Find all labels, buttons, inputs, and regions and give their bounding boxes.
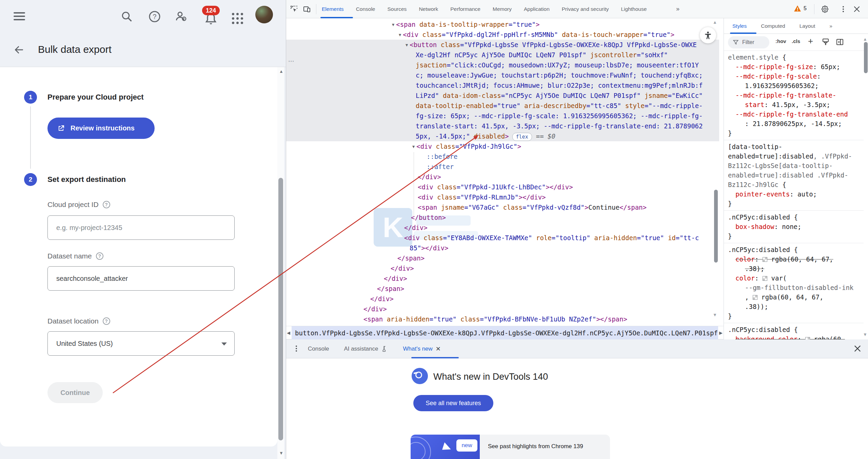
- styles-tab-styles[interactable]: Styles: [732, 23, 747, 29]
- field-help-icon[interactable]: ?: [103, 317, 110, 325]
- dom-tree-line[interactable]: </div>: [418, 172, 441, 182]
- user-settings-icon[interactable]: [175, 10, 187, 22]
- drawer-tab-ai-assistance[interactable]: AI assistance: [344, 345, 388, 353]
- dom-tree-line[interactable]: ▼<div class="VfPpkd-dgl2Hf-ppHlrf-sM5MNb…: [399, 29, 674, 40]
- close-whats-new-tab-icon[interactable]: ✕: [436, 345, 441, 353]
- inspect-element-icon[interactable]: [290, 5, 298, 13]
- style-declaration[interactable]: start: 41.5px, -3.5px;: [724, 100, 864, 109]
- styles-filter-input[interactable]: Filter: [728, 36, 769, 48]
- search-icon[interactable]: [121, 11, 133, 23]
- dom-tree-line[interactable]: translate-start: 41.5px, -3.5px; --mdc-r…: [416, 121, 703, 131]
- style-declaration[interactable]: [data-tooltip-: [724, 142, 864, 151]
- style-rule[interactable]: element.style {--mdc-ripple-fg-size: 65p…: [724, 51, 864, 140]
- dataset-location-select[interactable]: United States (US): [47, 331, 235, 356]
- expand-arrow-icon[interactable]: ▼: [412, 144, 415, 149]
- dom-tree-line[interactable]: fg-size: 65px; --mdc-ripple-fg-scale: 1.…: [416, 111, 703, 121]
- style-declaration[interactable]: --mdc-ripple-fg-size: 65px;: [724, 62, 864, 71]
- style-declaration[interactable]: Bz112c-LgbsSe[data-tooltip-: [724, 161, 864, 170]
- dom-tree-line[interactable]: ::after: [427, 162, 454, 172]
- style-declaration[interactable]: .nCP5yc:disabled {: [724, 325, 864, 334]
- dom-tree-line[interactable]: <span jsname="V67aGc" class="VfPpkd-vQzf…: [418, 202, 647, 212]
- drawer-tab-console[interactable]: Console: [308, 346, 329, 352]
- new-style-rule-button[interactable]: +: [808, 36, 813, 46]
- more-options-icon[interactable]: [839, 5, 847, 13]
- style-declaration[interactable]: }: [724, 199, 864, 208]
- styles-scrollbar-thumb[interactable]: [864, 42, 868, 73]
- device-toolbar-icon[interactable]: [303, 5, 311, 13]
- style-declaration[interactable]: enabled=true]:disabled, .VfPpkd-: [724, 151, 864, 161]
- color-swatch-icon[interactable]: [753, 295, 757, 300]
- devtools-tab-lighthouse[interactable]: Lighthouse: [621, 6, 647, 12]
- help-icon[interactable]: ?: [149, 11, 161, 23]
- style-declaration[interactable]: enabled=true]:disabled .VfPpkd-: [724, 170, 864, 180]
- dom-tree-line[interactable]: ▼<div class="VfPpkd-Jh9lGc">: [412, 141, 521, 151]
- scroll-up-icon[interactable]: ▲: [713, 20, 717, 25]
- style-declaration[interactable]: background-color: rgba(60,: [724, 334, 864, 339]
- scroll-down-icon[interactable]: ▼: [279, 451, 283, 456]
- cloud-project-id-input[interactable]: [47, 215, 235, 240]
- accessibility-overlay-button[interactable]: [700, 27, 716, 43]
- style-rule[interactable]: .nCP5yc:disabled {background-color: rgba…: [724, 323, 864, 339]
- style-declaration[interactable]: --mdc-ripple-fg-scale:: [724, 71, 864, 81]
- field-help-icon[interactable]: ?: [96, 252, 103, 260]
- devtools-tab-console[interactable]: Console: [356, 6, 375, 12]
- back-arrow-icon[interactable]: [14, 44, 24, 55]
- dom-tree-line[interactable]: Xe-dgl2Hf nCP5yc AjY5Oe DuMIQc LQeN7 P01…: [416, 50, 668, 60]
- dom-tree-line[interactable]: data-tooltip-enabled="true" aria-describ…: [416, 101, 703, 111]
- see-all-new-features-button[interactable]: See all new features: [413, 395, 493, 411]
- close-devtools-icon[interactable]: [853, 5, 861, 13]
- dataset-name-input[interactable]: [47, 266, 235, 291]
- scroll-up-icon[interactable]: ▲: [863, 37, 867, 42]
- dom-tree-line[interactable]: </div>: [391, 263, 414, 273]
- style-declaration[interactable]: element.style {: [724, 53, 864, 62]
- avatar[interactable]: [255, 6, 273, 23]
- scroll-up-icon[interactable]: ▲: [279, 69, 283, 74]
- toggle-hover-state-button[interactable]: :hov: [775, 38, 786, 44]
- dom-tree-line[interactable]: c; mouseleave:JywGue; touchstart:p6p2H; …: [416, 70, 703, 80]
- review-instructions-button[interactable]: Review instructions: [47, 118, 155, 139]
- style-declaration[interactable]: color: var(: [724, 273, 864, 283]
- breadcrumb[interactable]: button.VfPpkd-LgbsSe.VfPpkd-LgbsSe-OWXEX…: [292, 326, 718, 340]
- devtools-tab-sources[interactable]: Sources: [388, 6, 407, 12]
- dom-tree-line[interactable]: <div class="EY8ABd-OWXEXe-TAWMXe" role="…: [404, 233, 699, 243]
- devtools-tab-privacy-and-security[interactable]: Privacy and security: [562, 6, 609, 12]
- expand-arrow-icon[interactable]: ▼: [399, 33, 401, 37]
- dom-tree-line[interactable]: ▼<span data-is-tooltip-wrapper="true">: [392, 19, 540, 29]
- style-rule[interactable]: .nCP5yc:disabled {color: rgba(60, 64, 67…: [724, 243, 864, 323]
- style-declaration[interactable]: 1.9163256995605362;: [724, 81, 864, 90]
- devtools-tab-application[interactable]: Application: [524, 6, 550, 12]
- style-declaration[interactable]: box-shadow: none;: [724, 222, 864, 231]
- style-rule[interactable]: .nCP5yc:disabled {box-shadow: none;}: [724, 210, 864, 243]
- style-declaration[interactable]: --mdc-ripple-fg-translate-: [724, 90, 864, 100]
- dom-tree-line[interactable]: 85"></div>: [410, 243, 448, 253]
- color-swatch-icon[interactable]: [763, 257, 767, 262]
- style-declaration[interactable]: --mdc-ripple-fg-translate-end: [724, 109, 864, 119]
- expand-arrow-icon[interactable]: ▼: [392, 22, 394, 27]
- dom-tree-line[interactable]: </span>: [377, 284, 404, 294]
- dom-tree-line[interactable]: </div>: [370, 294, 394, 304]
- breadcrumb-right-icon[interactable]: ▶: [719, 330, 723, 335]
- dom-tree-line[interactable]: jsaction="click:cOuCgd; mousedown:UX7yZ;…: [416, 60, 699, 70]
- drawer-menu-icon[interactable]: [292, 345, 300, 353]
- more-tabs-chevron[interactable]: »: [676, 5, 679, 13]
- styles-tab-computed[interactable]: Computed: [761, 23, 785, 29]
- rendering-brush-icon[interactable]: [822, 38, 830, 46]
- toggle-sidebar-icon[interactable]: [836, 38, 844, 46]
- highlights-card-title[interactable]: See past highlights from Chrome 139: [488, 443, 583, 450]
- style-declaration[interactable]: --gm-fillbutton-disabled-ink: [724, 283, 864, 292]
- dom-tree-line[interactable]: </div>: [384, 273, 407, 284]
- scroll-down-icon[interactable]: ▼: [713, 312, 717, 317]
- dom-tree-line[interactable]: </div>: [363, 304, 387, 314]
- styles-more-tabs-chevron[interactable]: »: [829, 23, 832, 29]
- styles-tab-layout[interactable]: Layout: [800, 23, 815, 29]
- style-declaration[interactable]: color: rgba(60, 64, 67,: [724, 254, 864, 264]
- style-declaration[interactable]: }: [724, 128, 864, 138]
- devtools-tab-elements[interactable]: Elements: [322, 6, 344, 12]
- style-rule[interactable]: [data-tooltip-enabled=true]:disabled, .V…: [724, 140, 864, 210]
- breadcrumb-left-icon[interactable]: ◀: [287, 330, 290, 335]
- dom-tree-line[interactable]: <div class="VfPpkd-J1Ukfc-LhBDec"></div>: [418, 182, 573, 192]
- node-gutter-dots[interactable]: ⋯: [288, 58, 294, 65]
- page-scrollbar-thumb[interactable]: [278, 178, 283, 440]
- dom-tree-line[interactable]: <span aria-hidden="true" class="VfPpkd-B…: [363, 314, 627, 324]
- devtools-tab-memory[interactable]: Memory: [493, 6, 512, 12]
